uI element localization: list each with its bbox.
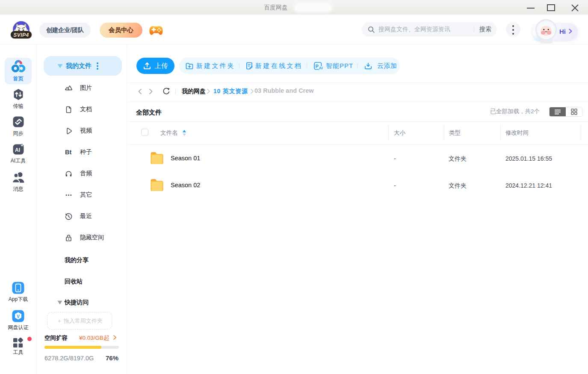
svg-text:P: P [316,64,319,69]
svg-text:AI: AI [15,147,20,153]
svg-text:V: V [17,314,20,319]
svg-text:AI: AI [319,66,323,70]
svg-text:SVIP4: SVIP4 [13,32,29,38]
